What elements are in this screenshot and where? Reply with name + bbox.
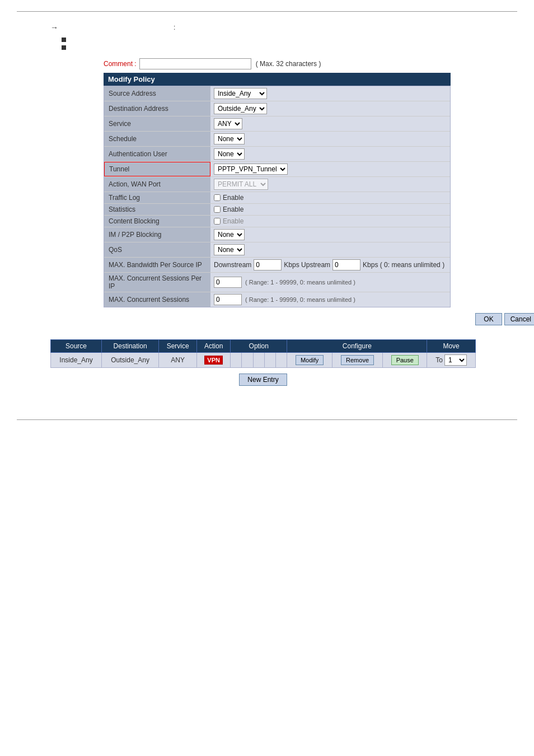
bullet-item-2 [62, 44, 517, 50]
content-blocking-label: Content Blocking [104, 216, 210, 227]
move-select[interactable]: 1 [444, 354, 467, 366]
remove-button[interactable]: Remove [341, 355, 374, 365]
max-sessions-ip-hint: ( Range: 1 - 99999, 0: means unlimited ) [245, 279, 355, 286]
downstream-label: Downstream [214, 261, 251, 269]
bullet-icon-1 [62, 38, 66, 42]
source-address-row: Source Address Inside_Any Outside_Any AN… [104, 86, 450, 101]
max-bandwidth-label: MAX. Bandwidth Per Source IP [104, 258, 210, 272]
new-entry-row: New Entry [50, 374, 476, 386]
bottom-divider [17, 419, 517, 420]
kbps-unlimited-hint: Kbps ( 0: means unlimited ) [363, 261, 444, 269]
max-bandwidth-value: Downstream Kbps Upstream Kbps ( 0: means… [210, 258, 450, 272]
modify-button[interactable]: Modify [296, 355, 324, 365]
traffic-log-label: Traffic Log [104, 192, 210, 203]
policy-rows-container: Source Address Inside_Any Outside_Any AN… [104, 86, 451, 307]
auth-user-row: Authentication User None [104, 147, 450, 162]
comment-hint: ( Max. 32 characters ) [256, 60, 321, 68]
bullet-list [62, 36, 517, 50]
max-sessions-ip-label: MAX. Concurrent Sessions Per IP [104, 273, 210, 292]
max-sessions-row: MAX. Concurrent Sessions ( Range: 1 - 99… [104, 292, 450, 307]
row-configure-modify: Modify [287, 353, 332, 368]
ok-button[interactable]: OK [475, 313, 502, 325]
ok-cancel-row: OK Cancel [190, 313, 534, 325]
th-configure: Configure [287, 340, 427, 353]
row-action: VPN [197, 353, 231, 368]
traffic-log-value: Enable [210, 192, 450, 203]
th-destination: Destination [102, 340, 159, 353]
schedule-label: Schedule [104, 132, 210, 146]
max-sessions-ip-row: MAX. Concurrent Sessions Per IP ( Range:… [104, 273, 450, 292]
im-p2p-label: IM / P2P Blocking [104, 227, 210, 242]
service-select[interactable]: ANY [214, 118, 242, 129]
im-p2p-row: IM / P2P Blocking None [104, 227, 450, 242]
bullet-icon-2 [62, 45, 66, 50]
row-option-3 [253, 353, 264, 368]
th-source: Source [51, 340, 102, 353]
content-blocking-checkbox[interactable] [214, 218, 221, 225]
row-option-4 [264, 353, 275, 368]
source-address-select[interactable]: Inside_Any Outside_Any ANY [214, 88, 267, 99]
cancel-button[interactable]: Cancel [504, 313, 534, 325]
move-to-label: To [435, 356, 443, 364]
max-sessions-value: ( Range: 1 - 99999, 0: means unlimited ) [210, 292, 450, 307]
schedule-row: Schedule None [104, 132, 450, 147]
new-entry-button[interactable]: New Entry [239, 374, 287, 386]
policy-list-table: Source Destination Service Action Option… [50, 339, 476, 368]
statistics-label: Statistics [104, 204, 210, 215]
row-configure-pause: Pause [383, 353, 427, 368]
max-sessions-ip-value: ( Range: 1 - 99999, 0: means unlimited ) [210, 273, 450, 292]
qos-select[interactable]: None [214, 244, 245, 255]
auth-user-value: None [210, 147, 450, 161]
max-sessions-label: MAX. Concurrent Sessions [104, 292, 210, 307]
action-wan-label: Action, WAN Port [104, 177, 210, 192]
bullet-item-1 [62, 36, 517, 42]
row-move: To 1 [427, 353, 476, 368]
statistics-row: Statistics Enable [104, 204, 450, 216]
upstream-input[interactable] [332, 259, 360, 270]
max-sessions-ip-input[interactable] [214, 277, 242, 288]
arrow-text: : [174, 24, 175, 31]
source-address-value: Inside_Any Outside_Any ANY [210, 86, 450, 101]
table-row: Inside_Any Outside_Any ANY VPN Modify [51, 353, 476, 368]
action-wan-select[interactable]: PERMIT ALL [214, 179, 268, 190]
policy-form: Modify Policy Source Address Inside_Any … [104, 73, 451, 325]
service-label: Service [104, 116, 210, 131]
traffic-log-enable-text: Enable [223, 194, 243, 202]
content-blocking-enable-text: Enable [223, 217, 243, 225]
arrow-line: → : [50, 23, 517, 32]
schedule-select[interactable]: None [214, 133, 245, 144]
row-service: ANY [159, 353, 197, 368]
tunnel-select[interactable]: PPTP_VPN_Tunnel [214, 164, 288, 175]
im-p2p-value: None [210, 227, 450, 242]
downstream-input[interactable] [254, 259, 282, 270]
th-service: Service [159, 340, 197, 353]
destination-address-value: Outside_Any Inside_Any ANY [210, 101, 450, 116]
max-sessions-hint: ( Range: 1 - 99999, 0: means unlimited ) [245, 296, 355, 303]
destination-address-select[interactable]: Outside_Any Inside_Any ANY [214, 103, 267, 114]
statistics-value: Enable [210, 204, 450, 215]
kbps-downstream-label: Kbps Upstream [284, 261, 330, 269]
max-bandwidth-row: MAX. Bandwidth Per Source IP Downstream … [104, 258, 450, 273]
traffic-log-checkbox[interactable] [214, 194, 221, 201]
pause-button[interactable]: Pause [391, 355, 419, 365]
destination-address-row: Destination Address Outside_Any Inside_A… [104, 101, 450, 116]
action-wan-row: Action, WAN Port PERMIT ALL [104, 177, 450, 192]
max-sessions-input[interactable] [214, 294, 242, 305]
service-value: ANY [210, 116, 450, 131]
content-blocking-row: Content Blocking Enable [104, 216, 450, 227]
schedule-value: None [210, 132, 450, 146]
statistics-checkbox[interactable] [214, 206, 221, 213]
th-option: Option [231, 340, 287, 353]
policy-form-header: Modify Policy [104, 73, 451, 86]
auth-user-select[interactable]: None [214, 148, 245, 160]
row-destination: Outside_Any [102, 353, 159, 368]
im-p2p-select[interactable]: None [214, 229, 245, 240]
th-move: Move [427, 340, 476, 353]
action-wan-value: PERMIT ALL [210, 177, 450, 192]
comment-label: Comment : [104, 60, 137, 68]
row-configure-remove: Remove [332, 353, 383, 368]
qos-row: QoS None [104, 242, 450, 258]
comment-input[interactable] [139, 58, 251, 69]
content-blocking-value: Enable [210, 216, 450, 227]
statistics-enable-text: Enable [223, 206, 243, 213]
